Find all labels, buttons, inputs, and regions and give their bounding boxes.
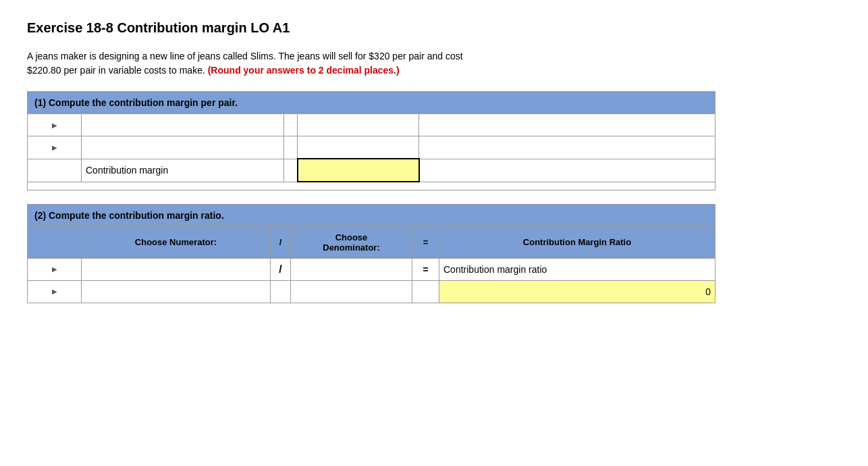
s2-slash1: / <box>271 258 291 280</box>
arrow-cell: ▶ <box>28 136 82 159</box>
s2-equals1: = <box>412 258 439 280</box>
spacer2 <box>284 136 298 159</box>
s1-empty3 <box>419 159 715 182</box>
s2-equals2-empty <box>412 280 439 303</box>
col-h3-text: ChooseDenominator: <box>323 232 380 253</box>
section1-header: (1) Compute the contribution margin per … <box>28 92 715 114</box>
intro-paragraph: A jeans maker is designing a new line of… <box>27 49 841 78</box>
section1-header-row: (1) Compute the contribution margin per … <box>28 92 715 114</box>
s1-empty2 <box>419 136 715 159</box>
intro-line1: A jeans maker is designing a new line of… <box>27 51 463 61</box>
s1-cm-input <box>298 159 419 182</box>
col-header-row: Choose Numerator: / ChooseDenominator: =… <box>28 226 715 258</box>
arrow-cell: ▶ <box>28 114 82 136</box>
s1-input1a <box>82 114 284 136</box>
s1-empty1 <box>419 114 715 136</box>
intro-warning: (Round your answers to 2 decimal places.… <box>208 65 400 76</box>
section-separator <box>28 182 715 190</box>
s2-input1b <box>291 258 412 280</box>
spacer1 <box>284 114 298 136</box>
s2-input2a <box>82 280 271 303</box>
page-title: Exercise 18-8 Contribution margin LO A1 <box>27 20 841 36</box>
section1-table: (1) Compute the contribution margin per … <box>27 91 715 190</box>
col-slash: / <box>271 226 291 258</box>
table-row: ▶ <box>28 114 715 136</box>
s1-field2b[interactable] <box>302 139 414 155</box>
s2-slash2-empty <box>271 280 291 303</box>
s2-arrow1: ▶ <box>28 258 82 280</box>
s2-result2-value: 0 <box>439 280 715 303</box>
spacer3 <box>284 159 298 182</box>
arrow-cell <box>28 159 82 182</box>
s1-field1a[interactable] <box>86 117 279 133</box>
table-row: ▶ 0 <box>28 280 715 303</box>
s1-cm-label: Contribution margin <box>82 159 284 182</box>
s2-result1-label: Contribution margin ratio <box>439 258 715 280</box>
separator-cell <box>28 182 715 190</box>
s1-input2a <box>82 136 284 159</box>
s1-field1b[interactable] <box>302 117 414 133</box>
s1-field2a[interactable] <box>86 139 279 155</box>
col-h2: Choose Numerator: <box>82 226 271 258</box>
section2-header: (2) Compute the contribution margin rati… <box>28 204 715 226</box>
s1-input1b <box>298 114 419 136</box>
section2-header-row: (2) Compute the contribution margin rati… <box>28 204 715 226</box>
s1-cm-field[interactable] <box>302 162 414 178</box>
s1-input2b <box>298 136 419 159</box>
table-row: ▶ / = Contribution margin ratio <box>28 258 715 280</box>
col-h5: Contribution Margin Ratio <box>439 226 715 258</box>
section2-table: (2) Compute the contribution margin rati… <box>27 204 715 303</box>
s2-field1a[interactable] <box>86 261 266 278</box>
s2-field2a[interactable] <box>86 284 266 300</box>
s2-input2b <box>291 280 412 303</box>
col-h1 <box>28 226 82 258</box>
table-row: Contribution margin <box>28 159 715 182</box>
intro-line2: $220.80 per pair in variable costs to ma… <box>27 65 205 76</box>
s2-arrow2: ▶ <box>28 280 82 303</box>
table-row: ▶ <box>28 136 715 159</box>
col-h4: = <box>412 226 439 258</box>
s2-input1a <box>82 258 271 280</box>
col-h3: ChooseDenominator: <box>291 226 412 258</box>
s2-field1b[interactable] <box>295 261 408 278</box>
s2-field2b[interactable] <box>295 284 408 300</box>
